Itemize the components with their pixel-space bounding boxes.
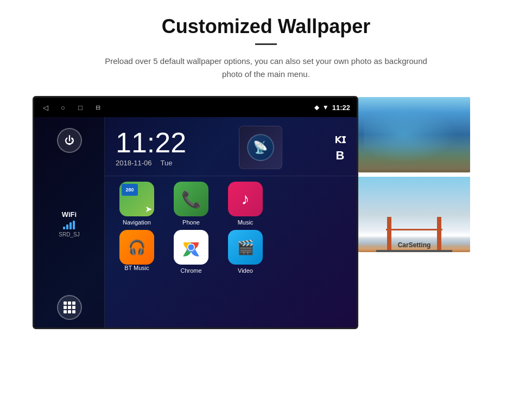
wifi-info: WiFi SRD_SJ [59,210,79,237]
clock-info: 2018-11-06 Tue [116,159,186,167]
svg-point-3 [188,245,194,251]
video-label: Video [238,267,253,274]
phone-icon: 📞 [174,182,208,216]
device-frame: ◁ ○ □ ⊟ ◆ ▼ 11:22 ⏻ [33,96,358,329]
app-music[interactable]: ♪ Music [221,182,270,226]
status-time: 11:22 [332,104,350,112]
power-icon: ⏻ [65,135,74,146]
chrome-label: Chrome [180,267,201,274]
page-description: Preload over 5 default wallpaper options… [98,55,434,81]
center-content: 11:22 2018-11-06 Tue 📡 [105,117,357,329]
wifi-bars [59,221,79,229]
wifi-label: WiFi [59,210,79,219]
btmusic-icon: 🎧 [119,230,154,265]
tower-right [437,217,441,252]
app-chrome[interactable]: Chrome [167,230,216,274]
page-title: Customized Wallpaper [162,15,371,38]
grid-dot [68,310,71,313]
music-icon: ♪ [228,182,263,216]
app-row-1: 280 ➤ Navigation 📞 Phone [112,182,349,226]
app-icons-area: 280 ➤ Navigation 📞 Phone [105,176,357,279]
grid-dot [72,306,75,309]
grid-dot [68,306,71,309]
clock-area: 11:22 2018-11-06 Tue 📡 [105,117,357,176]
grid-dot [64,310,67,313]
chrome-icon [174,230,208,265]
status-bar-left: ◁ ○ □ ⊟ [41,102,103,112]
wallpaper-bridge[interactable]: CarSetting [357,176,471,253]
back-nav-icon[interactable]: ◁ [41,102,50,112]
radio-widget[interactable]: 📡 [239,126,282,169]
screen-body: ⏻ WiFi SRD_SJ [34,117,357,329]
app-btmusic[interactable]: 🎧 BT Music [112,230,161,274]
app-phone[interactable]: 📞 Phone [167,182,216,226]
btmusic-label: BT Music [124,265,149,271]
wifi-bar-2 [66,224,68,229]
grid-dot [68,301,71,305]
location-icon: ◆ [314,104,319,111]
app-row-2: 🎧 BT Music [112,230,349,274]
apps-grid-icon [64,301,75,313]
video-symbol: 🎬 [237,239,254,256]
music-label: Music [238,219,254,226]
wallpaper-ice[interactable] [357,96,471,174]
app-video[interactable]: 🎬 Video [221,230,270,274]
ice-overlay [364,102,465,167]
content-area: ◁ ○ □ ⊟ ◆ ▼ 11:22 ⏻ [33,96,499,329]
phone-symbol: 📞 [181,190,201,209]
radio-wave-icon: 📡 [253,140,268,155]
partial-icons: ᴋɪ B [334,132,346,163]
radio-icon: 📡 [247,134,274,161]
phone-label: Phone [182,219,200,226]
nav-map-badge: 280 [122,184,138,196]
clock-day: Tue [161,159,173,167]
navigation-icon: 280 ➤ [119,182,154,216]
left-sidebar: ⏻ WiFi SRD_SJ [34,117,105,329]
wifi-bar-1 [63,227,65,229]
navigation-label: Navigation [123,219,151,226]
grid-dot [72,301,75,305]
chrome-svg-icon [178,234,204,260]
bridge-road [376,250,452,252]
music-symbol: ♪ [242,190,250,208]
wifi-ssid: SRD_SJ [59,232,79,237]
grid-dot [64,306,67,309]
clock-date: 11:22 2018-11-06 Tue [116,129,186,167]
recent-nav-icon[interactable]: □ [75,102,85,112]
power-button[interactable]: ⏻ [57,128,82,153]
wallpaper-column: CarSetting [357,96,471,253]
signal-icon: ▼ [322,104,329,111]
ki-icon: ᴋɪ [334,132,346,146]
grid-dot [64,301,67,305]
home-nav-icon[interactable]: ○ [58,102,68,112]
wifi-bar-3 [69,222,72,229]
bluetooth-symbol: 🎧 [128,239,145,256]
title-divider [255,43,277,45]
video-icon: 🎬 [228,230,263,265]
screenshot-nav-icon[interactable]: ⊟ [93,102,103,112]
carsetting-label: CarSetting [398,241,431,249]
app-navigation[interactable]: 280 ➤ Navigation [112,182,161,226]
b-icon: B [336,149,345,163]
clock-date-text: 2018-11-06 [116,159,152,167]
grid-dot [72,310,75,313]
clock-time: 11:22 [116,129,186,157]
status-bar-right: ◆ ▼ 11:22 [314,104,350,112]
apps-grid-button[interactable] [57,295,82,320]
nav-arrow-icon: ➤ [145,204,152,214]
wifi-bar-4 [73,221,75,229]
tower-left [387,217,391,252]
bridge-cable-top [386,229,442,230]
status-bar: ◁ ○ □ ⊟ ◆ ▼ 11:22 [34,98,357,117]
